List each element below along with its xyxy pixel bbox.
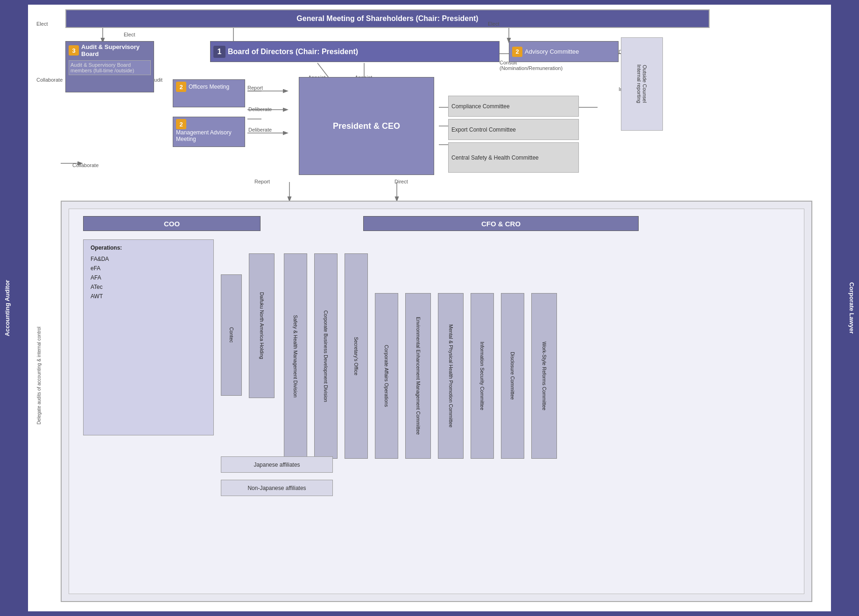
- corp-affairs-box: Corporate Affairs Operations: [375, 293, 398, 459]
- elect-label-3: Elect: [488, 21, 499, 27]
- ops-item-0: FA&DA: [91, 256, 206, 262]
- report-label-2: Report: [254, 179, 270, 184]
- coo-text: COO: [164, 220, 180, 228]
- accounting-auditor-label: Accounting Auditor: [4, 280, 11, 336]
- bottom-inner: COO CFO & CRO Operations: FA&DA eFA AFA …: [69, 209, 804, 594]
- export-control-committee-box: Export Control Committee: [448, 119, 579, 140]
- work-style-text: Work-Style Reforms Committee: [542, 342, 547, 410]
- mental-physical-text: Mental & Physical Health Promotion Commi…: [448, 324, 454, 427]
- direct-label: Direct: [394, 179, 408, 184]
- president-text: President & CEO: [333, 121, 400, 131]
- deliberate-label-1: Deliberate: [248, 106, 272, 112]
- env-enhancement-box: Environmental Enhancement Management Com…: [405, 293, 431, 459]
- central-safety-committee-box: Central Safety & Health Committee: [448, 142, 579, 173]
- officers-title: Officers Meeting: [189, 84, 229, 90]
- main-container: Accounting Auditor Corporate Lawyer Gene…: [0, 0, 859, 616]
- elect-label-1: Elect: [36, 21, 48, 27]
- elect-label-2: Elect: [124, 32, 135, 37]
- disclosure-text: Disclosure Committee: [510, 352, 515, 400]
- mental-physical-box: Mental & Physical Health Promotion Commi…: [438, 293, 464, 459]
- info-security-text: Information Security Committee: [479, 342, 485, 410]
- corporate-lawyer-label: Corporate Lawyer: [848, 282, 855, 334]
- secretarys-office-text: Secretary's Office: [353, 337, 359, 375]
- work-style-box: Work-Style Reforms Committee: [531, 293, 557, 459]
- report-label-1: Report: [247, 85, 263, 91]
- outside-counsel-box: Outside CounselInternal reporting: [621, 38, 662, 130]
- japanese-affiliates-box: Japanese affiliates: [221, 456, 333, 473]
- corp-biz-dev-box: Corporate Business Development Division: [314, 253, 338, 459]
- board-of-directors-box: 1 Board of Directors (Chair: President): [210, 41, 500, 62]
- non-japanese-affiliates-box: Non-Japanese affiliates: [221, 480, 333, 496]
- ops-item-3: ATec: [91, 284, 206, 290]
- cfo-cro-bar: CFO & CRO: [363, 216, 639, 231]
- advisory-badge: 2: [512, 47, 522, 57]
- outside-counsel-area: Outside CounselInternal reporting: [621, 37, 663, 131]
- daifuku-na-text: Daifuku North America Holding: [259, 292, 265, 359]
- safety-health-box: Safety & Health Management Division: [284, 253, 307, 459]
- cfo-cro-text: CFO & CRO: [481, 220, 521, 228]
- delegate-audits-label: Delegate audits of accounting & internal…: [36, 327, 42, 425]
- export-text: Export Control Committee: [451, 126, 516, 133]
- central-safety-text: Central Safety & Health Committee: [451, 154, 539, 161]
- advisory-committee-box: 2 Advisory Committee: [509, 41, 619, 62]
- deliberate-label-2: Deliberate: [248, 127, 272, 133]
- compliance-text: Compliance Committee: [451, 103, 510, 110]
- board-title: Board of Directors (Chair: President): [228, 48, 358, 56]
- officers-badge: 2: [176, 82, 186, 92]
- collaborate-label-1: Collaborate: [36, 77, 63, 83]
- ops-item-4: AWT: [91, 293, 206, 300]
- collaborate-label-2: Collaborate: [72, 162, 99, 168]
- non-japanese-affiliates-text: Non-Japanese affiliates: [247, 485, 306, 491]
- env-enhancement-text: Environmental Enhancement Management Com…: [415, 317, 421, 435]
- safety-health-text: Safety & Health Management Division: [293, 315, 298, 398]
- general-meeting-text: General Meeting of Shareholders (Chair: …: [296, 14, 478, 23]
- info-security-box: Information Security Committee: [471, 293, 494, 459]
- general-meeting-box: General Meeting of Shareholders (Chair: …: [65, 9, 710, 28]
- disclosure-box: Disclosure Committee: [501, 293, 524, 459]
- ops-item-1: eFA: [91, 265, 206, 272]
- mgmt-title: Management Advisory Meeting: [176, 129, 242, 142]
- corp-biz-dev-text: Corporate Business Development Division: [323, 310, 329, 402]
- management-advisory-box: 2 Management Advisory Meeting: [173, 117, 245, 147]
- coo-bar: COO: [83, 216, 261, 231]
- compliance-committee-box: Compliance Committee: [448, 96, 579, 117]
- daifuku-na-box: Daifuku North America Holding: [249, 253, 275, 398]
- president-ceo-box: President & CEO: [299, 77, 434, 175]
- operations-box: Operations: FA&DA eFA AFA ATec AWT: [83, 239, 214, 435]
- mgmt-badge: 2: [176, 119, 186, 129]
- bottom-container: COO CFO & CRO Operations: FA&DA eFA AFA …: [61, 201, 812, 602]
- audit-title: Audit & Supervisory Board: [81, 43, 151, 57]
- ops-title: Operations:: [91, 245, 206, 251]
- secretarys-office-box: Secretary's Office: [345, 253, 368, 459]
- audit-badge: 3: [69, 45, 79, 56]
- contec-box: Contec: [221, 274, 242, 396]
- contec-text: Contec: [229, 327, 234, 343]
- japanese-affiliates-text: Japanese affiliates: [253, 462, 300, 468]
- audit-supervisory-board-box: 3 Audit & Supervisory Board Audit & Supe…: [65, 41, 154, 92]
- audit-subtitle: Audit & Supervisory Board members (full-…: [69, 60, 151, 75]
- officers-meeting-box: 2 Officers Meeting: [173, 79, 245, 107]
- corp-affairs-text: Corporate Affairs Operations: [384, 345, 389, 407]
- advisory-title: Advisory Committee: [525, 48, 579, 55]
- board-badge: 1: [213, 46, 225, 58]
- ops-item-2: AFA: [91, 274, 206, 281]
- outside-counsel-text: Outside CounselInternal reporting: [636, 64, 648, 103]
